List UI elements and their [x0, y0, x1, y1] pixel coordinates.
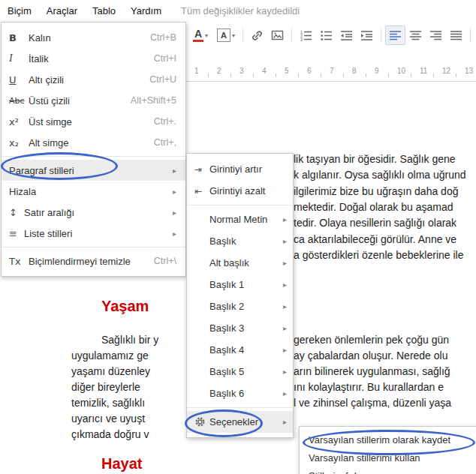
options-submenu: Varsayılan stillerim olarak kaydet Varsa…: [299, 426, 476, 474]
submenu-arrow-icon: ▸: [283, 368, 287, 376]
submenu-arrow-icon: ▸: [173, 166, 176, 175]
options-item-use-default-styles[interactable]: Varsayılan stillerimi kullan: [300, 448, 476, 466]
submenu-item-heading-3[interactable]: Başlık 3 ▸: [187, 317, 293, 339]
menu-item-shortcut: Ctrl+I: [154, 53, 176, 64]
document-text-line: uyarıcı ve uyuşt: [71, 411, 145, 427]
document-text-line: ilgilerimiz bize bu uğraşın daha doğ: [294, 184, 458, 200]
menu-item-superscript[interactable]: x² Üst simge Ctrl+.: [2, 111, 185, 132]
menu-item-strikethrough[interactable]: Abc Üstü çizili Alt+Shift+5: [2, 90, 185, 111]
menu-table[interactable]: Tablo: [85, 5, 123, 16]
insert-link-button[interactable]: [247, 26, 267, 45]
align-right-icon: [429, 28, 443, 43]
document-text-line: çıkmada doğru v: [71, 427, 149, 442]
submenu-arrow-icon: ▸: [173, 230, 176, 238]
image-icon: [270, 28, 285, 43]
document-text-line: gereken önlemlerin pek çoğu gün: [294, 332, 449, 348]
menu-item-label: Hizala: [9, 186, 167, 197]
submenu-item-label: Normal Metin: [209, 214, 277, 225]
clear-formatting-icon: Tx: [9, 256, 29, 267]
submenu-arrow-icon: ▸: [283, 324, 287, 332]
bulleted-list-button[interactable]: [316, 26, 336, 45]
menu-item-clear-formatting[interactable]: Tx Biçimlendirmeyi temizle Ctrl+\: [2, 250, 185, 272]
menu-item-list-styles[interactable]: ≡ Liste stilleri ▸: [2, 223, 185, 244]
numbered-list-button[interactable]: 123: [296, 26, 316, 45]
bulleted-list-icon: [319, 28, 333, 43]
submenu-arrow-icon: ▸: [283, 302, 287, 310]
options-item-reset-styles[interactable]: Stilleri sıfırla: [300, 466, 476, 474]
ruler-number: 8: [352, 67, 357, 75]
ruler-number: 3: [240, 67, 244, 75]
decrease-indent-icon: ⇤: [194, 186, 209, 196]
insert-image-button[interactable]: [267, 26, 288, 45]
menu-item-label: Paragraf stilleri: [9, 165, 167, 176]
document-heading-yasam: Yaşam: [101, 298, 149, 315]
menu-item-align[interactable]: Hizala ▸: [2, 181, 185, 202]
chevron-down-icon: ▾: [205, 32, 208, 39]
menu-item-line-spacing[interactable]: ↕ Satır aralığı ▸: [2, 202, 185, 223]
submenu-item-title[interactable]: Başlık ▸: [187, 230, 293, 252]
svg-text:3: 3: [300, 37, 303, 41]
menu-item-shortcut: Ctrl+B: [150, 32, 176, 43]
submenu-item-normal-text[interactable]: Normal Metin ▸: [187, 208, 293, 230]
subscript-icon: x₂: [9, 137, 29, 148]
submenu-item-subtitle[interactable]: Alt başlık ▸: [187, 252, 293, 274]
document-text-line: k algılanır. Oysa sağlıklı olma uğrund: [294, 167, 466, 183]
submenu-arrow-icon: ▸: [283, 346, 287, 354]
submenu-arrow-icon: ▸: [283, 237, 287, 245]
text-color-button[interactable]: A ▾: [188, 26, 213, 45]
submenu-item-decrease-indent[interactable]: ⇤ Girintiyi azalt: [187, 180, 293, 202]
menu-tools[interactable]: Araçlar: [39, 5, 85, 16]
document-text-line: a gösterdikleri özenle bebeklerine ile: [294, 248, 463, 263]
paragraph-styles-submenu: ⇥ Girintiyi artır ⇤ Girintiyi azalt Norm…: [186, 153, 294, 438]
document-text-line: ca aktarılabileceği görülür. Anne ve: [294, 232, 456, 248]
chevron-down-icon: ▾: [232, 32, 235, 39]
menu-help[interactable]: Yardım: [123, 5, 169, 16]
submenu-item-label: Başlık 5: [209, 366, 277, 377]
align-left-button[interactable]: [385, 26, 405, 45]
options-item-label: Varsayılan stillerim olarak kaydet: [309, 434, 450, 446]
highlight-color-icon: A: [217, 28, 230, 42]
menu-separator: [2, 156, 185, 157]
submenu-item-options[interactable]: Seçenekler ▸: [187, 411, 293, 433]
align-right-button[interactable]: [426, 26, 446, 45]
menu-item-underline[interactable]: U Altı çizili Ctrl+U: [2, 69, 185, 90]
menu-format[interactable]: Biçim: [0, 5, 39, 16]
submenu-item-label: Alt başlık: [209, 257, 277, 268]
submenu-item-label: Başlık 4: [209, 344, 277, 356]
menu-item-shortcut: Alt+Shift+5: [131, 95, 176, 106]
submenu-item-heading-4[interactable]: Başlık 4 ▸: [187, 339, 293, 361]
save-status: Tüm değişiklikler kaydedildi: [181, 5, 300, 16]
ruler-number: 1: [194, 67, 199, 75]
submenu-item-label: Girintiyi artır: [209, 164, 287, 175]
highlight-color-button[interactable]: A ▾: [213, 26, 239, 45]
increase-indent-button[interactable]: [357, 26, 377, 45]
format-menu: B Kalın Ctrl+B I İtalik Ctrl+I U Altı çi…: [1, 22, 186, 277]
menu-bar: Biçim Araçlar Tablo Yardım Tüm değişikli…: [0, 0, 476, 21]
submenu-item-increase-indent[interactable]: ⇥ Girintiyi artır: [187, 158, 293, 180]
menu-item-label: İtalik: [29, 53, 148, 64]
document-text-line: uygulamamız ge: [71, 348, 149, 364]
toolbar-separator: [291, 28, 292, 43]
submenu-item-label: Başlık 6: [209, 388, 277, 399]
options-item-save-default-styles[interactable]: Varsayılan stillerim olarak kaydet: [300, 430, 476, 448]
menu-item-subscript[interactable]: x₂ Alt simge Ctrl+,: [2, 132, 185, 153]
document-text-line: tedir. Olaya nesillerin sağlığı olarak: [294, 215, 456, 231]
ruler-number: 5: [285, 67, 289, 75]
menu-item-label: Satır aralığı: [24, 207, 167, 218]
italic-icon: I: [9, 52, 29, 64]
menu-item-italic[interactable]: I İtalik Ctrl+I: [2, 48, 185, 69]
options-item-label: Stilleri sıfırla: [309, 470, 362, 474]
submenu-item-heading-1[interactable]: Başlık 1 ▸: [187, 274, 293, 296]
submenu-item-heading-2[interactable]: Başlık 2 ▸: [187, 296, 293, 317]
align-justify-button[interactable]: [446, 26, 466, 45]
menu-item-bold[interactable]: B Kalın Ctrl+B: [2, 27, 185, 48]
align-center-button[interactable]: [405, 26, 426, 45]
menu-item-shortcut: Ctrl+\: [154, 256, 176, 266]
decrease-indent-button[interactable]: [336, 26, 357, 45]
submenu-item-heading-5[interactable]: Başlık 5 ▸: [187, 361, 293, 382]
menu-item-shortcut: Ctrl+,: [154, 137, 176, 148]
document-heading-hayat: Hayat: [101, 455, 142, 472]
submenu-item-heading-6[interactable]: Başlık 6 ▸: [187, 382, 293, 404]
menu-item-paragraph-styles[interactable]: Paragraf stilleri ▸: [2, 160, 185, 181]
menu-item-label: Biçimlendirmeyi temizle: [29, 256, 148, 267]
